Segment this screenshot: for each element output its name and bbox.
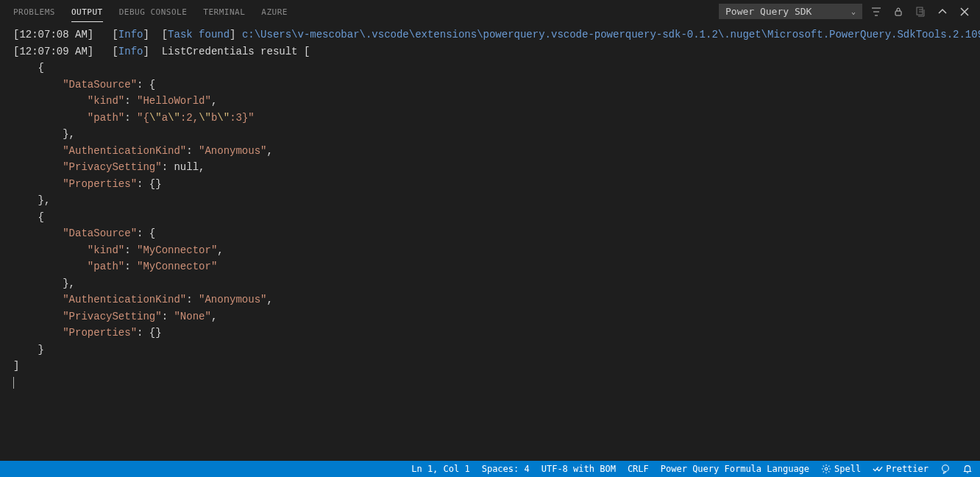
clear-output-icon[interactable] (912, 4, 928, 20)
log-level: Info (118, 29, 143, 40)
double-check-icon (873, 464, 883, 474)
svg-rect-1 (917, 7, 923, 15)
log-level: Info (118, 46, 143, 57)
tab-output[interactable]: OUTPUT (71, 1, 103, 22)
output-body[interactable]: [12:07:08 AM] [Info] [Task found] c:\Use… (0, 24, 980, 461)
gear-icon (821, 464, 831, 474)
panel-header-actions: Power Query SDK ⌄ (719, 4, 973, 20)
status-bell-icon[interactable] (962, 464, 973, 474)
output-channel-selected: Power Query SDK (725, 6, 812, 17)
log-message: ListCredentials result [ (162, 46, 310, 57)
output-channel-select[interactable]: Power Query SDK ⌄ (719, 4, 862, 19)
svg-point-2 (825, 467, 828, 470)
lock-icon[interactable] (890, 4, 906, 20)
log-timestamp: [12:07:08 AM] (13, 29, 93, 40)
status-language[interactable]: Power Query Formula Language (661, 464, 809, 474)
log-exe-path: c:\Users\v-mescobar\.vscode\extensions\p… (242, 29, 980, 40)
status-ln-col[interactable]: Ln 1, Col 1 (411, 464, 469, 474)
close-icon[interactable] (956, 4, 973, 20)
chevron-down-icon: ⌄ (851, 7, 856, 15)
tab-azure[interactable]: AZURE (261, 1, 288, 22)
chevron-up-icon[interactable] (934, 4, 951, 20)
status-eol[interactable]: CRLF (628, 464, 649, 474)
log-task-found: Task found (168, 29, 230, 40)
status-prettier[interactable]: Prettier (873, 464, 928, 474)
tab-problems[interactable]: PROBLEMS (13, 1, 55, 22)
status-encoding[interactable]: UTF-8 with BOM (542, 464, 616, 474)
log-timestamp: [12:07:09 AM] (13, 46, 93, 57)
panel-header: PROBLEMS OUTPUT DEBUG CONSOLE TERMINAL A… (0, 0, 980, 24)
text-cursor (13, 377, 14, 389)
svg-rect-0 (895, 11, 901, 15)
status-bar: Ln 1, Col 1 Spaces: 4 UTF-8 with BOM CRL… (0, 461, 980, 477)
svg-point-3 (942, 465, 949, 472)
tab-debug-console[interactable]: DEBUG CONSOLE (119, 1, 188, 22)
filter-icon[interactable] (868, 4, 884, 20)
tab-terminal[interactable]: TERMINAL (203, 1, 245, 22)
status-feedback-icon[interactable] (940, 464, 951, 474)
panel-tabs: PROBLEMS OUTPUT DEBUG CONSOLE TERMINAL A… (13, 1, 288, 22)
status-spell[interactable]: Spell (821, 464, 861, 474)
status-spaces[interactable]: Spaces: 4 (482, 464, 530, 474)
